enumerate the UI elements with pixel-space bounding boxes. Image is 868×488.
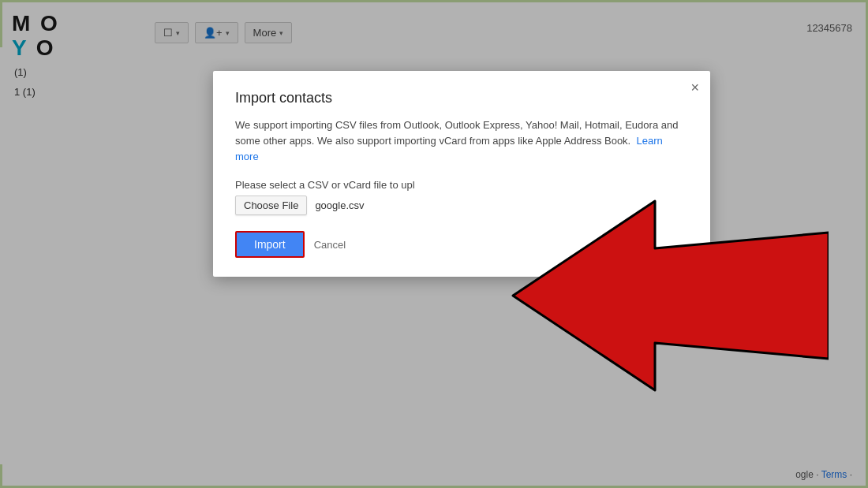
modal-actions: Import Cancel bbox=[235, 231, 688, 258]
file-input-row: Choose File google.csv bbox=[235, 196, 688, 215]
cancel-button[interactable]: Cancel bbox=[314, 239, 346, 251]
modal-description: We support importing CSV files from Outl… bbox=[235, 117, 688, 165]
file-prompt-text: Please select a CSV or vCard file to upl bbox=[235, 179, 415, 191]
choose-file-button[interactable]: Choose File bbox=[235, 196, 307, 215]
selected-file-name: google.csv bbox=[315, 199, 364, 211]
import-button[interactable]: Import bbox=[235, 231, 305, 258]
modal-description-text: We support importing CSV files from Outl… bbox=[235, 119, 678, 147]
file-section: Please select a CSV or vCard file to upl… bbox=[235, 179, 688, 215]
import-contacts-modal: × Import contacts We support importing C… bbox=[213, 71, 710, 277]
close-button[interactable]: × bbox=[690, 80, 699, 95]
modal-title: Import contacts bbox=[235, 90, 688, 106]
